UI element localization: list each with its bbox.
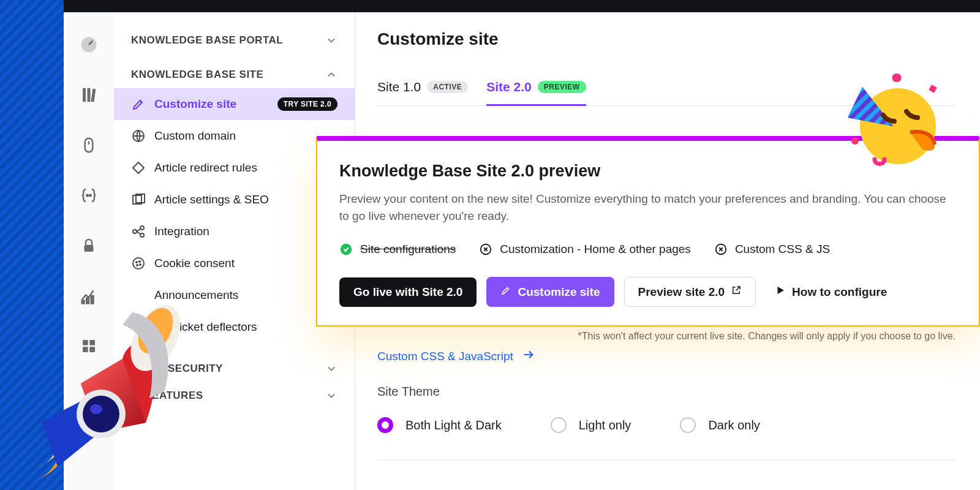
- step-label: Site configurations: [360, 243, 456, 256]
- svg-rect-4: [85, 138, 93, 153]
- svg-point-6: [86, 195, 88, 197]
- svg-point-23: [136, 262, 137, 263]
- tab-label: Site 1.0: [377, 80, 421, 94]
- external-link-icon: [731, 285, 742, 299]
- preview-site-button[interactable]: Preview site 2.0: [624, 277, 756, 307]
- svg-rect-1: [83, 88, 86, 102]
- close-circle-icon: [479, 243, 492, 256]
- live-site-note: *This won't affect your current live sit…: [578, 331, 956, 342]
- chevron-down-icon: [325, 390, 337, 402]
- sidebar-item-label: Article settings & SEO: [154, 193, 269, 206]
- svg-point-38: [83, 396, 119, 432]
- close-circle-icon: [714, 243, 728, 256]
- svg-point-19: [133, 230, 137, 233]
- svg-point-26: [140, 264, 141, 265]
- cookie-icon: [131, 256, 146, 271]
- svg-rect-8: [85, 245, 94, 252]
- design-icon: [131, 97, 146, 111]
- globe-icon: [131, 129, 146, 143]
- play-icon: [775, 285, 786, 299]
- custom-css-js-link[interactable]: Custom CSS & JavaScript: [377, 348, 535, 364]
- sidebar-item-label: Cookie consent: [154, 257, 235, 270]
- preview-card-description: Preview your content on the new site! Cu…: [339, 190, 957, 224]
- sidebar-item-label: Customize site: [154, 97, 236, 111]
- chevron-down-icon: [325, 34, 337, 47]
- rocket-icon: [6, 287, 202, 490]
- site-theme-section: Site Theme Both Light & Dark Light only …: [377, 385, 956, 461]
- party-face-icon: [838, 67, 948, 178]
- tab-site-1[interactable]: Site 1.0 ACTIVE: [377, 80, 468, 106]
- theme-radio-group: Both Light & Dark Light only Dark only: [377, 417, 956, 433]
- tab-label: Site 2.0: [486, 80, 532, 94]
- svg-point-21: [140, 233, 144, 237]
- svg-rect-34: [929, 85, 937, 93]
- active-badge: ACTIVE: [427, 81, 468, 93]
- svg-point-33: [851, 137, 859, 145]
- svg-point-24: [139, 261, 140, 262]
- dashboard-icon[interactable]: [80, 36, 98, 54]
- divider: [377, 460, 956, 461]
- radio-icon: [377, 417, 393, 433]
- sidebar-item-customize-site[interactable]: Customize site TRY SITE 2.0: [114, 88, 355, 120]
- check-circle-icon: [339, 243, 353, 256]
- how-to-configure-link[interactable]: How to configure: [771, 277, 901, 307]
- step-custom-css-js[interactable]: Custom CSS & JS: [714, 243, 830, 256]
- svg-rect-2: [88, 88, 91, 102]
- sidebar-group-portal[interactable]: KNOWLEDGE BASE PORTAL: [114, 27, 355, 54]
- svg-point-39: [90, 404, 102, 414]
- seo-icon: [131, 192, 146, 207]
- json-icon[interactable]: [80, 186, 98, 205]
- sidebar-item-label: Article redirect rules: [154, 161, 257, 175]
- radio-icon: [680, 417, 696, 433]
- books-icon[interactable]: [80, 86, 98, 104]
- go-live-button[interactable]: Go live with Site 2.0: [339, 277, 477, 307]
- theme-option-dark[interactable]: Dark only: [680, 417, 760, 433]
- sidebar-item-label: Custom domain: [154, 129, 236, 143]
- preview-steps: Site configurations Customization - Home…: [339, 243, 957, 256]
- lock-icon[interactable]: [80, 236, 98, 255]
- step-site-config[interactable]: Site configurations: [339, 243, 456, 256]
- window-topbar: [64, 0, 980, 12]
- svg-point-20: [140, 226, 144, 230]
- sidebar-group-label: KNOWLEDGE BASE PORTAL: [131, 34, 283, 47]
- site-theme-title: Site Theme: [377, 385, 956, 399]
- step-label: Customization - Home & other pages: [500, 243, 691, 256]
- chevron-down-icon: [325, 363, 337, 375]
- preview-badge: PREVIEW: [538, 81, 586, 93]
- svg-rect-3: [91, 89, 96, 102]
- mouse-icon[interactable]: [80, 136, 98, 154]
- customize-site-button[interactable]: Customize site: [486, 277, 614, 307]
- theme-option-light[interactable]: Light only: [551, 417, 631, 433]
- sidebar-item-label: Integration: [154, 225, 209, 238]
- pencil-icon: [500, 285, 511, 299]
- sidebar-group-site[interactable]: KNOWLEDGE BASE SITE: [114, 61, 355, 88]
- page-title: Customize site: [377, 29, 956, 49]
- step-customization[interactable]: Customization - Home & other pages: [479, 243, 691, 256]
- radio-icon: [551, 417, 567, 433]
- sidebar-group-label: KNOWLEDGE BASE SITE: [131, 69, 263, 81]
- svg-point-25: [137, 265, 138, 266]
- svg-point-7: [89, 195, 91, 197]
- svg-point-22: [133, 258, 144, 269]
- step-label: Custom CSS & JS: [735, 243, 830, 256]
- preview-actions: Go live with Site 2.0 Customize site Pre…: [339, 277, 957, 307]
- theme-option-both[interactable]: Both Light & Dark: [377, 417, 502, 433]
- integration-icon: [131, 224, 146, 239]
- try-site-badge: TRY SITE 2.0: [277, 97, 337, 111]
- tab-site-2[interactable]: Site 2.0 PREVIEW: [486, 80, 586, 106]
- chevron-up-icon: [325, 69, 337, 81]
- arrow-right-icon: [522, 348, 535, 364]
- redirect-icon: [131, 160, 146, 175]
